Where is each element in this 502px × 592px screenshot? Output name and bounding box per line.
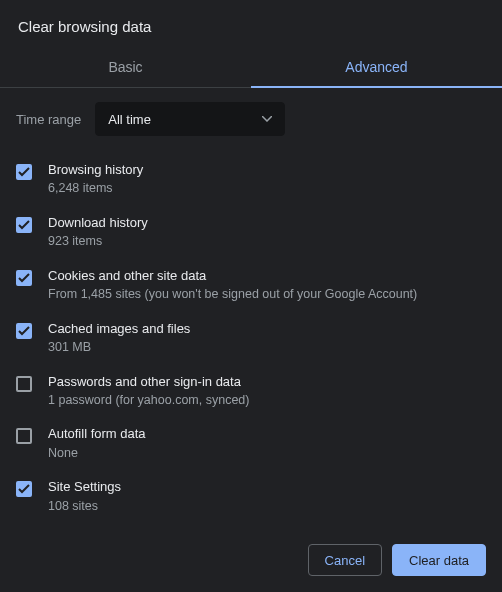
option-passwords: Passwords and other sign-in data1 passwo… (16, 366, 486, 419)
option-text: Download history923 items (48, 215, 148, 250)
option-subtitle: From 1,485 sites (you won't be signed ou… (48, 287, 417, 303)
tab-advanced[interactable]: Advanced (251, 49, 502, 87)
option-text: Autofill form dataNone (48, 426, 146, 461)
option-title: Cookies and other site data (48, 268, 417, 284)
option-subtitle: 6,248 items (48, 181, 143, 197)
option-title: Cached images and files (48, 321, 190, 337)
option-download-history: Download history923 items (16, 207, 486, 260)
tab-bar: Basic Advanced (0, 49, 502, 88)
time-range-value: All time (108, 112, 151, 127)
option-title: Passwords and other sign-in data (48, 374, 249, 390)
tab-advanced-label: Advanced (345, 59, 407, 75)
checkbox-cookies[interactable] (16, 270, 32, 286)
option-cookies: Cookies and other site dataFrom 1,485 si… (16, 260, 486, 313)
clear-data-button-label: Clear data (409, 553, 469, 568)
option-subtitle: None (48, 446, 146, 462)
option-text: Site Settings108 sites (48, 479, 121, 514)
tab-basic-label: Basic (108, 59, 142, 75)
checkbox-autofill[interactable] (16, 428, 32, 444)
tab-basic[interactable]: Basic (0, 49, 251, 87)
clear-browsing-data-dialog: Clear browsing data Basic Advanced Time … (0, 0, 502, 592)
checkbox-download-history[interactable] (16, 217, 32, 233)
option-subtitle: 108 sites (48, 499, 121, 515)
option-text: Cached images and files301 MB (48, 321, 190, 356)
option-site-settings: Site Settings108 sites (16, 471, 486, 524)
option-text: Cookies and other site dataFrom 1,485 si… (48, 268, 417, 303)
time-range-select[interactable]: All time (95, 102, 285, 136)
checkbox-site-settings[interactable] (16, 481, 32, 497)
option-title: Download history (48, 215, 148, 231)
cancel-button-label: Cancel (325, 553, 365, 568)
checkbox-passwords[interactable] (16, 376, 32, 392)
time-range-label: Time range (16, 112, 81, 127)
clear-data-button[interactable]: Clear data (392, 544, 486, 576)
dialog-title: Clear browsing data (0, 0, 502, 49)
option-title: Browsing history (48, 162, 143, 178)
checkbox-cached[interactable] (16, 323, 32, 339)
dialog-footer: Cancel Clear data (0, 530, 502, 592)
option-text: Browsing history6,248 items (48, 162, 143, 197)
dialog-content: Time range All time Browsing history6,24… (0, 88, 502, 530)
time-range-row: Time range All time (16, 102, 486, 136)
option-title: Site Settings (48, 479, 121, 495)
option-subtitle: 923 items (48, 234, 148, 250)
option-browsing-history: Browsing history6,248 items (16, 154, 486, 207)
cancel-button[interactable]: Cancel (308, 544, 382, 576)
options-list: Browsing history6,248 itemsDownload hist… (16, 154, 486, 530)
option-autofill: Autofill form dataNone (16, 418, 486, 471)
option-title: Autofill form data (48, 426, 146, 442)
chevron-down-icon (262, 116, 272, 122)
option-subtitle: 301 MB (48, 340, 190, 356)
option-cached: Cached images and files301 MB (16, 313, 486, 366)
option-subtitle: 1 password (for yahoo.com, synced) (48, 393, 249, 409)
checkbox-browsing-history[interactable] (16, 164, 32, 180)
option-text: Passwords and other sign-in data1 passwo… (48, 374, 249, 409)
